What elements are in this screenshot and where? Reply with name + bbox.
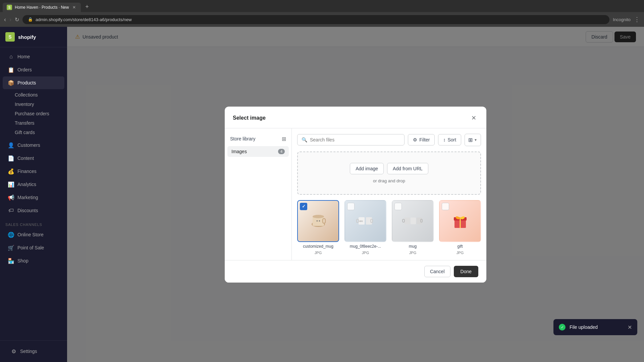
sidebar-label-transfers: Transfers bbox=[15, 120, 35, 126]
back-button[interactable]: ‹ bbox=[4, 16, 6, 23]
image-thumb-4 bbox=[439, 200, 481, 242]
sidebar-item-inventory[interactable]: Inventory bbox=[12, 100, 67, 109]
sidebar-bottom: ⚙ Settings bbox=[0, 340, 67, 362]
sales-channels-section-label: Sales channels bbox=[0, 217, 67, 228]
sidebar-item-marketing[interactable]: 📢 Marketing bbox=[3, 191, 64, 204]
image-type-1: JPG bbox=[297, 251, 339, 255]
cancel-button[interactable]: Cancel bbox=[424, 266, 450, 277]
drag-drop-hint: or drag and drop bbox=[373, 178, 405, 183]
pos-icon: 🛒 bbox=[8, 245, 14, 251]
image-item-4[interactable]: gift JPG bbox=[439, 200, 481, 255]
sidebar: S shopify ⌂ Home 📋 Orders 📦 Products Col… bbox=[0, 27, 67, 362]
image-grid: ✓ ✦✦ customized_mug bbox=[297, 200, 481, 255]
upload-buttons: Add image Add from URL bbox=[350, 163, 428, 174]
sidebar-item-purchase-orders[interactable]: Purchase orders bbox=[12, 109, 67, 118]
svg-point-2 bbox=[313, 215, 324, 218]
sidebar-item-finances[interactable]: 💰 Finances bbox=[3, 165, 64, 178]
modal-body: Store library ⊞ Images 4 🔍 bbox=[225, 128, 486, 260]
sidebar-item-online-store[interactable]: 🌐 Online Store bbox=[3, 228, 64, 241]
sidebar-item-customers[interactable]: 👤 Customers bbox=[3, 139, 64, 152]
finances-icon: 💰 bbox=[8, 168, 14, 174]
forward-button[interactable]: › bbox=[9, 16, 11, 23]
sidebar-item-home[interactable]: ⌂ Home bbox=[3, 50, 64, 63]
shop-icon: 🏪 bbox=[8, 258, 14, 264]
online-store-icon: 🌐 bbox=[8, 232, 14, 238]
svg-rect-6 bbox=[357, 219, 359, 223]
svg-rect-13 bbox=[417, 218, 422, 224]
sidebar-item-discounts[interactable]: 🏷 Discounts bbox=[3, 204, 64, 217]
sidebar-label-settings: Settings bbox=[20, 349, 37, 354]
sidebar-label-content: Content bbox=[17, 156, 34, 161]
new-tab-button[interactable]: + bbox=[82, 2, 92, 11]
sidebar-nav: ⌂ Home 📋 Orders 📦 Products Collections I… bbox=[0, 47, 67, 340]
tab-close-button[interactable]: ✕ bbox=[71, 5, 77, 10]
add-from-url-button[interactable]: Add from URL bbox=[387, 163, 428, 174]
incognito-label: Incognito bbox=[613, 17, 631, 22]
marketing-icon: 📢 bbox=[8, 194, 14, 200]
modal-close-button[interactable]: ✕ bbox=[469, 113, 478, 123]
select-image-modal: Select image ✕ Store library ⊞ Images 4 bbox=[225, 107, 486, 283]
mug-image-3 bbox=[401, 209, 425, 233]
chevron-down-icon: ▼ bbox=[474, 138, 477, 142]
image-item-1[interactable]: ✓ ✦✦ customized_mug bbox=[297, 200, 339, 255]
modal-nav-images[interactable]: Images 4 bbox=[227, 146, 289, 157]
sidebar-label-purchase-orders: Purchase orders bbox=[15, 111, 49, 116]
search-input-wrap[interactable]: 🔍 bbox=[297, 134, 405, 145]
image-name-4: gift bbox=[439, 244, 481, 249]
tab-bar: S Home Haven · Products · New ✕ + bbox=[0, 0, 644, 12]
main-content: ⚠ Unsaved product Discard Save Select im… bbox=[67, 27, 644, 362]
image-name-2: mug_0f8eec2e-... bbox=[344, 244, 386, 249]
svg-text:abc: abc bbox=[359, 220, 363, 222]
sidebar-item-shop[interactable]: 🏪 Shop bbox=[3, 254, 64, 267]
image-item-2[interactable]: abc mug_0f8eec2e-... JPG bbox=[344, 200, 386, 255]
image-thumb-1: ✓ ✦✦ bbox=[297, 200, 339, 242]
sidebar-item-transfers[interactable]: Transfers bbox=[12, 118, 67, 128]
address-bar: ‹ › ↻ 🔒 admin.shopify.com/store/de8143-a… bbox=[0, 12, 644, 27]
analytics-icon: 📊 bbox=[8, 181, 14, 187]
filter-button[interactable]: ⚙ Filter bbox=[408, 134, 435, 145]
sidebar-label-shop: Shop bbox=[17, 258, 29, 263]
mug-image-2: abc bbox=[354, 209, 377, 233]
tab-favicon: S bbox=[7, 5, 12, 10]
image-item-3[interactable]: mug JPG bbox=[392, 200, 434, 255]
image-type-2: JPG bbox=[344, 251, 386, 255]
checkmark-icon: ✓ bbox=[300, 203, 307, 210]
modal-footer: Cancel Done bbox=[225, 260, 486, 283]
search-icon: 🔍 bbox=[302, 137, 307, 142]
checkbox-4 bbox=[442, 203, 449, 210]
sort-button[interactable]: ↕ Sort bbox=[438, 134, 461, 145]
add-image-button[interactable]: Add image bbox=[350, 163, 384, 174]
sidebar-label-discounts: Discounts bbox=[17, 208, 38, 213]
sidebar-label-collections: Collections bbox=[15, 92, 38, 98]
sidebar-label-customers: Customers bbox=[17, 142, 40, 148]
sidebar-label-marketing: Marketing bbox=[17, 195, 38, 200]
sidebar-item-analytics[interactable]: 📊 Analytics bbox=[3, 178, 64, 191]
checkbox-3 bbox=[394, 203, 402, 210]
sidebar-item-settings[interactable]: ⚙ Settings bbox=[5, 345, 62, 358]
sidebar-item-products[interactable]: 📦 Products bbox=[3, 76, 64, 89]
grid-toggle[interactable]: ⊞ ▼ bbox=[465, 134, 481, 146]
menu-button[interactable]: ⋮ bbox=[634, 16, 640, 23]
modal-nav-images-label: Images bbox=[231, 149, 247, 154]
image-type-4: JPG bbox=[439, 251, 481, 255]
refresh-button[interactable]: ↻ bbox=[15, 16, 19, 23]
done-button[interactable]: Done bbox=[454, 266, 478, 277]
tab-title: Home Haven · Products · New bbox=[15, 5, 69, 10]
search-input[interactable] bbox=[310, 137, 400, 142]
modal-sidebar: Store library ⊞ Images 4 bbox=[225, 128, 292, 260]
sidebar-item-content[interactable]: 📄 Content bbox=[3, 152, 64, 165]
modal-header: Select image ✕ bbox=[225, 107, 486, 128]
address-input-wrap[interactable]: 🔒 admin.shopify.com/store/de8143-a6/prod… bbox=[22, 15, 609, 24]
sidebar-item-collections[interactable]: Collections bbox=[12, 90, 67, 100]
shopify-name: shopify bbox=[18, 34, 36, 40]
browser-tab[interactable]: S Home Haven · Products · New ✕ bbox=[3, 3, 81, 12]
store-library-header: Store library ⊞ bbox=[227, 134, 289, 146]
sidebar-label-analytics: Analytics bbox=[17, 182, 36, 187]
modal-main-content: 🔍 ⚙ Filter ↕ Sort bbox=[292, 128, 486, 260]
sidebar-item-point-of-sale[interactable]: 🛒 Point of Sale bbox=[3, 241, 64, 254]
store-library-label: Store library bbox=[230, 136, 255, 141]
sidebar-item-gift-cards[interactable]: Gift cards bbox=[12, 128, 67, 137]
store-library-icon: ⊞ bbox=[282, 136, 286, 142]
sidebar-item-orders[interactable]: 📋 Orders bbox=[3, 63, 64, 76]
customers-icon: 👤 bbox=[8, 142, 14, 148]
